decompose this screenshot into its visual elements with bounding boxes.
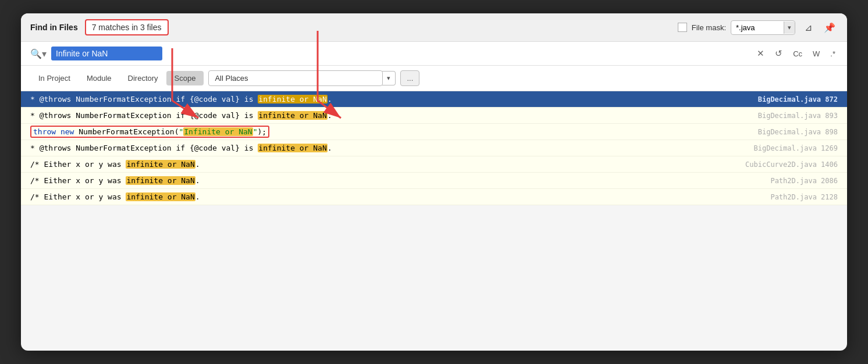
- result-prefix: * @throws NumberFormatException if {@cod…: [30, 95, 258, 104]
- code-paren: );: [258, 127, 267, 136]
- table-row[interactable]: * @throws NumberFormatException if {@cod…: [21, 140, 847, 156]
- file-mask-dropdown-arrow[interactable]: ▾: [784, 22, 795, 34]
- file-reference: Path2D.java 2128: [761, 193, 838, 201]
- file-mask-checkbox[interactable]: [678, 23, 687, 32]
- result-suffix: .: [195, 192, 200, 201]
- result-match: infinite or NaN: [258, 111, 327, 120]
- result-content: /* Either x or y was infinite or NaN.: [30, 160, 736, 169]
- panel-title: Find in Files: [30, 23, 78, 32]
- file-reference: BigDecimal.java 898: [749, 128, 838, 136]
- header-bar: Find in Files 7 matches in 3 files File …: [21, 13, 847, 42]
- result-content: /* Either x or y was infinite or NaN.: [30, 176, 761, 185]
- table-row[interactable]: throw new NumberFormatException("Infinit…: [21, 124, 847, 140]
- scope-bar: In Project Module Directory Scope All Pl…: [21, 66, 847, 91]
- results-area: * @throws NumberFormatException if {@cod…: [21, 91, 847, 205]
- file-mask-input-wrap: ▾: [731, 20, 795, 35]
- scope-tab-in-project[interactable]: In Project: [30, 71, 79, 85]
- search-actions: ✕ ↺ Cc W .*: [755, 47, 838, 60]
- result-content: * @throws NumberFormatException if {@cod…: [30, 144, 745, 152]
- scope-tab-directory[interactable]: Directory: [120, 71, 166, 85]
- result-content: throw new NumberFormatException("Infinit…: [30, 127, 749, 136]
- refresh-button[interactable]: ↺: [773, 47, 785, 60]
- file-reference: BigDecimal.java 893: [749, 112, 838, 120]
- scope-dropdown[interactable]: All Places Project Files Open Files: [208, 70, 383, 86]
- code-classname: NumberFormatException(: [79, 127, 179, 136]
- result-content: * @throws NumberFormatException if {@cod…: [30, 95, 749, 104]
- result-suffix: .: [328, 111, 332, 120]
- table-row[interactable]: * @throws NumberFormatException if {@cod…: [21, 91, 847, 108]
- scope-dropdown-wrap: All Places Project Files Open Files ▾: [208, 70, 396, 86]
- case-sensitive-button[interactable]: Cc: [791, 48, 805, 59]
- scope-dropdown-arrow-btn[interactable]: ▾: [382, 71, 396, 85]
- result-content: * @throws NumberFormatException if {@cod…: [30, 111, 749, 120]
- result-match: Infinite or NaN: [183, 127, 252, 136]
- table-row[interactable]: /* Either x or y was infinite or NaN. Cu…: [21, 156, 847, 173]
- result-suffix: .: [328, 95, 332, 104]
- result-prefix: /* Either x or y was: [30, 176, 126, 185]
- result-prefix: /* Either x or y was: [30, 160, 126, 169]
- match-count-box: 7 matches in 3 files: [85, 19, 169, 35]
- file-mask-label: File mask:: [692, 23, 726, 32]
- pin-button[interactable]: 📌: [821, 20, 838, 35]
- table-row[interactable]: * @throws NumberFormatException if {@cod…: [21, 108, 847, 124]
- red-box-result: throw new NumberFormatException("Infinit…: [30, 126, 269, 138]
- whole-word-button[interactable]: W: [810, 48, 822, 59]
- scope-more-button[interactable]: ...: [400, 70, 419, 86]
- regex-button[interactable]: .*: [828, 48, 838, 59]
- match-count-text: 7 matches in 3 files: [92, 23, 162, 32]
- search-input[interactable]: [51, 47, 162, 60]
- result-prefix: * @throws NumberFormatException if {@cod…: [30, 144, 258, 152]
- file-reference: CubicCurve2D.java 1406: [736, 160, 838, 169]
- result-match: infinite or NaN: [126, 176, 195, 185]
- file-mask-input[interactable]: [731, 21, 784, 34]
- keyword-throw: throw new: [33, 127, 79, 136]
- file-reference: Path2D.java 2086: [761, 177, 838, 185]
- code-string: "Infinite or NaN": [179, 127, 257, 136]
- result-suffix: .: [195, 160, 200, 169]
- result-match: infinite or NaN: [258, 144, 327, 152]
- result-match: infinite or NaN: [258, 95, 327, 104]
- result-prefix: * @throws NumberFormatException if {@cod…: [30, 111, 258, 120]
- scope-tab-scope[interactable]: Scope: [166, 71, 204, 85]
- file-mask-area: File mask: ▾: [678, 20, 795, 35]
- result-content: /* Either x or y was infinite or NaN.: [30, 192, 761, 201]
- find-in-files-panel: Find in Files 7 matches in 3 files File …: [21, 13, 847, 351]
- result-suffix: .: [195, 176, 200, 185]
- filter-button[interactable]: ⊿: [802, 20, 814, 35]
- search-options-button[interactable]: 🔍▾: [30, 48, 47, 59]
- result-match: infinite or NaN: [126, 192, 195, 201]
- scope-tab-module[interactable]: Module: [79, 71, 120, 85]
- table-row[interactable]: /* Either x or y was infinite or NaN. Pa…: [21, 189, 847, 205]
- table-row[interactable]: /* Either x or y was infinite or NaN. Pa…: [21, 173, 847, 189]
- file-reference: BigDecimal.java 872: [749, 95, 838, 104]
- close-search-button[interactable]: ✕: [755, 47, 767, 60]
- result-suffix: .: [328, 144, 332, 152]
- file-reference: BigDecimal.java 1269: [745, 144, 838, 152]
- result-match: infinite or NaN: [126, 160, 195, 169]
- search-bar: 🔍▾ ✕ ↺ Cc W .*: [21, 42, 847, 66]
- result-prefix: /* Either x or y was: [30, 192, 126, 201]
